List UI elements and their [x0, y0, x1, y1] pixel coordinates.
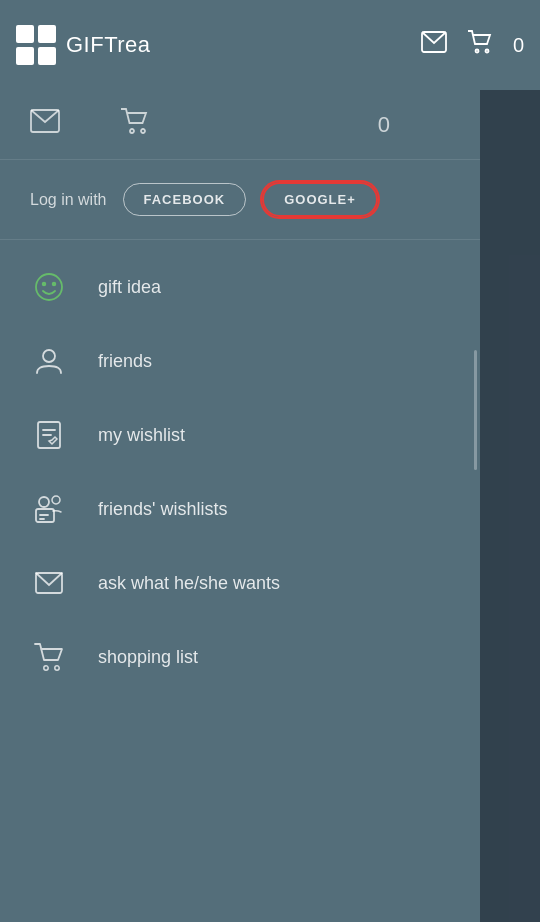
svg-point-9: [43, 350, 55, 362]
logo-square-4: [38, 47, 56, 65]
svg-point-2: [485, 50, 488, 53]
svg-point-7: [43, 283, 46, 286]
logo-square-1: [16, 25, 34, 43]
app-title: GIFTrea: [66, 32, 151, 58]
wishlist-icon: [30, 416, 68, 454]
friends-wishlist-icon: [30, 490, 68, 528]
nav-item-gift-idea[interactable]: gift idea: [0, 250, 480, 324]
svg-point-15: [44, 666, 48, 670]
icon-row: 0: [0, 90, 480, 160]
row-envelope-icon[interactable]: [30, 109, 60, 140]
logo-square-2: [38, 25, 56, 43]
nav-item-friends[interactable]: friends: [0, 324, 480, 398]
nav-item-ask-what[interactable]: ask what he/she wants: [0, 546, 480, 620]
ask-envelope-icon: [30, 564, 68, 602]
scrollbar[interactable]: [474, 350, 477, 470]
svg-point-16: [55, 666, 59, 670]
smiley-icon: [30, 268, 68, 306]
svg-point-11: [39, 497, 49, 507]
envelope-icon[interactable]: [421, 31, 447, 59]
nav-item-my-wishlist[interactable]: my wishlist: [0, 398, 480, 472]
svg-point-13: [52, 496, 60, 504]
logo: GIFTrea: [16, 25, 151, 65]
app-header: GIFTrea 0: [0, 0, 540, 90]
cart-icon[interactable]: [467, 30, 493, 60]
row-cart-count: 0: [378, 112, 390, 138]
nav-label-my-wishlist: my wishlist: [98, 425, 185, 446]
header-icons: 0: [421, 30, 524, 60]
logo-square-3: [16, 47, 34, 65]
svg-point-1: [475, 50, 478, 53]
nav-label-friends-wishlists: friends' wishlists: [98, 499, 227, 520]
header-cart-count: 0: [513, 34, 524, 57]
facebook-button[interactable]: FACEBOOK: [123, 183, 247, 216]
person-icon: [30, 342, 68, 380]
sidebar: 0 Log in with FACEBOOK GOOGLE+ gift idea: [0, 90, 480, 922]
nav-label-ask-what: ask what he/she wants: [98, 573, 280, 594]
google-button[interactable]: GOOGLE+: [262, 182, 378, 217]
svg-point-5: [141, 129, 145, 133]
nav-list: gift idea friends my wishlist: [0, 240, 480, 704]
nav-label-friends: friends: [98, 351, 152, 372]
login-label: Log in with: [30, 191, 107, 209]
login-section: Log in with FACEBOOK GOOGLE+: [0, 160, 480, 240]
svg-point-4: [130, 129, 134, 133]
nav-label-gift-idea: gift idea: [98, 277, 161, 298]
svg-point-6: [36, 274, 62, 300]
row-cart-icon[interactable]: [120, 108, 150, 141]
logo-squares: [16, 25, 56, 65]
right-overlay-panel: [480, 90, 540, 922]
shopping-cart-icon: [30, 638, 68, 676]
nav-item-shopping-list[interactable]: shopping list: [0, 620, 480, 694]
svg-point-8: [53, 283, 56, 286]
nav-label-shopping-list: shopping list: [98, 647, 198, 668]
nav-item-friends-wishlists[interactable]: friends' wishlists: [0, 472, 480, 546]
